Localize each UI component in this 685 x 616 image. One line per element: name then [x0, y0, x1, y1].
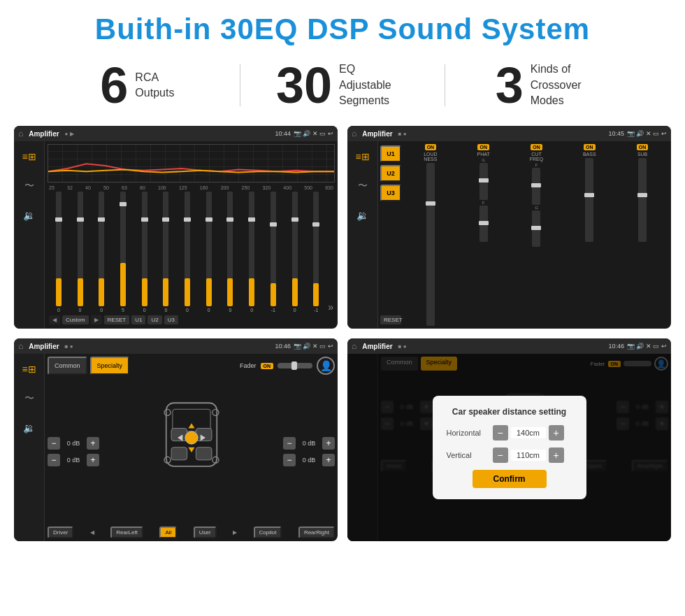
spk-minus-4[interactable]: −: [283, 454, 296, 466]
amp-slider-bass[interactable]: [585, 158, 593, 242]
home-icon-4[interactable]: ⌂: [352, 341, 356, 351]
profile-icon[interactable]: 👤: [317, 357, 335, 375]
eq-slider-1[interactable]: 0: [71, 192, 90, 313]
time-3: 10:46: [275, 343, 291, 350]
eq-next-btn[interactable]: ▶: [91, 315, 102, 324]
home-icon-1[interactable]: ⌂: [18, 129, 23, 138]
btn-rearleft[interactable]: RearLeft: [110, 527, 143, 538]
eq-slider-11[interactable]: 0: [285, 192, 305, 313]
fader-on-badge: ON: [261, 363, 274, 369]
spk-minus-3[interactable]: −: [283, 437, 296, 450]
amp-slider-cutfreq-f[interactable]: [532, 168, 540, 205]
svg-rect-5: [196, 447, 212, 460]
svg-point-6: [185, 431, 197, 444]
home-icon-3[interactable]: ⌂: [18, 341, 23, 351]
stat-crossover-number: 3: [496, 60, 524, 110]
dist-horizontal-minus[interactable]: −: [493, 425, 508, 440]
spk-icon-eq[interactable]: ≡⊞: [20, 359, 39, 379]
spk-plus-1[interactable]: +: [87, 437, 99, 450]
eq-graph: [48, 144, 335, 182]
spk-plus-2[interactable]: +: [87, 454, 99, 466]
btn-driver[interactable]: Driver: [48, 527, 73, 538]
amp-slider-cutfreq-g[interactable]: [532, 210, 540, 248]
amp-slider-phat-g[interactable]: [480, 163, 488, 200]
eq-slider-6[interactable]: 0: [178, 192, 197, 313]
spk-db-row-1: − 0 dB +: [48, 437, 99, 450]
amp-u2-btn[interactable]: U2: [380, 165, 401, 182]
screen-speaker: ⌂ Amplifier ■ ● 10:46 📷 🔊 ✕ ▭ ↩ ≡⊞ 〜 🔉 C…: [14, 338, 338, 541]
amp-slider-phat-f[interactable]: [480, 206, 488, 243]
eq-slider-10[interactable]: -1: [264, 192, 283, 313]
spk-icon-speaker[interactable]: 🔉: [20, 418, 39, 438]
dist-horizontal-label: Horizontal: [447, 429, 489, 437]
btn-all[interactable]: All: [159, 527, 177, 538]
amp-icon-wave[interactable]: 〜: [353, 176, 373, 196]
amp-on-cutfreq: ON: [531, 144, 542, 150]
spk-plus-4[interactable]: +: [322, 454, 335, 466]
eq-curve-svg: [48, 145, 334, 182]
spk-right-controls: − 0 dB + − 0 dB +: [283, 378, 335, 525]
stat-rca-label: RCAOutputs: [135, 70, 174, 101]
eq-slider-5[interactable]: 0: [157, 192, 176, 313]
eq-slider-3[interactable]: 5: [113, 192, 133, 313]
eq-slider-12[interactable]: -1: [306, 192, 326, 313]
amp-slider-loudness[interactable]: [426, 163, 435, 326]
eq-slider-4[interactable]: 0: [135, 192, 154, 313]
spk-db-val-1: 0 dB: [62, 440, 85, 447]
tab-specialty[interactable]: Specialty: [90, 357, 130, 375]
spk-center: [103, 378, 279, 525]
spk-main-panel: Common Specialty Fader ON 👤 − 0 dB: [45, 354, 338, 541]
dist-horizontal-plus[interactable]: +: [549, 425, 564, 440]
btn-rearright[interactable]: RearRight: [298, 527, 335, 538]
spk-plus-3[interactable]: +: [322, 437, 335, 450]
status-bar-1: ⌂ Amplifier ● ▶ 10:44 📷 🔊 ✕ ▭ ↩: [14, 126, 338, 141]
eq-slider-9[interactable]: 0: [242, 192, 261, 313]
btn-user[interactable]: User: [194, 527, 217, 538]
eq-slider-7[interactable]: 0: [199, 192, 219, 313]
status-icons-3: 📷 🔊 ✕ ▭ ↩: [294, 343, 333, 350]
dist-vertical-plus[interactable]: +: [549, 447, 564, 463]
stat-crossover-label: Kinds ofCrossover Modes: [531, 62, 600, 108]
tab-common[interactable]: Common: [48, 357, 87, 375]
dist-horizontal-value: 140cm: [511, 427, 546, 438]
amp-slider-sub[interactable]: [638, 158, 647, 242]
amp-layout: ≡⊞ 〜 🔉 U1 U2 U3 RESET ON LOUDNESS: [347, 141, 671, 329]
amp-icon-speaker[interactable]: 🔉: [353, 206, 373, 225]
amp-u3-btn[interactable]: U3: [380, 185, 401, 201]
amp-reset-btn[interactable]: RESET: [380, 315, 401, 324]
confirm-button[interactable]: Confirm: [473, 470, 547, 488]
status-bar-3: ⌂ Amplifier ■ ● 10:46 📷 🔊 ✕ ▭ ↩: [14, 338, 338, 354]
eq-preset-label[interactable]: Custom: [62, 315, 89, 324]
home-icon-2[interactable]: ⌂: [352, 129, 356, 138]
eq-slider-2[interactable]: 0: [92, 192, 111, 313]
eq-icon-speaker[interactable]: 🔉: [20, 206, 39, 225]
eq-icon-wave[interactable]: 〜: [20, 176, 39, 196]
time-4: 10:46: [608, 343, 624, 350]
amp-icon-eq[interactable]: ≡⊞: [353, 147, 373, 166]
eq-slider-0[interactable]: 0: [49, 192, 68, 313]
eq-icon-active[interactable]: ≡⊞: [20, 147, 39, 166]
amp-u1-btn[interactable]: U1: [380, 145, 401, 162]
eq-layout: ≡⊞ 〜 🔉 253240506380100125160200250320400…: [14, 141, 338, 329]
amp-ch-name-phat: PHAT: [477, 152, 490, 157]
eq-u3-btn[interactable]: U3: [164, 315, 178, 324]
btn-copilot[interactable]: Copilot: [254, 527, 282, 538]
spk-db-row-2: − 0 dB +: [48, 454, 99, 466]
stat-divider-2: [445, 64, 445, 106]
eq-u1-btn[interactable]: U1: [131, 315, 145, 324]
eq-reset-btn[interactable]: RESET: [104, 315, 130, 324]
eq-expand-btn[interactable]: »: [328, 192, 333, 313]
spk-minus-2[interactable]: −: [48, 454, 60, 466]
spk-db-row-3: − 0 dB +: [283, 437, 335, 450]
spk-tabs: Common Specialty Fader ON 👤: [48, 357, 335, 375]
spk-icon-wave[interactable]: 〜: [20, 389, 39, 408]
dialog-overlay: Car speaker distance setting Horizontal …: [347, 354, 671, 541]
eq-u2-btn[interactable]: U2: [147, 315, 161, 324]
fader-slider[interactable]: [277, 363, 312, 368]
eq-prev-btn[interactable]: ◀: [49, 315, 60, 324]
spk-db-val-2: 0 dB: [62, 457, 85, 464]
spk-minus-1[interactable]: −: [48, 437, 60, 450]
eq-slider-8[interactable]: 0: [221, 192, 240, 313]
dist-horizontal-row: Horizontal − 140cm +: [447, 425, 572, 440]
dist-vertical-minus[interactable]: −: [493, 447, 508, 463]
